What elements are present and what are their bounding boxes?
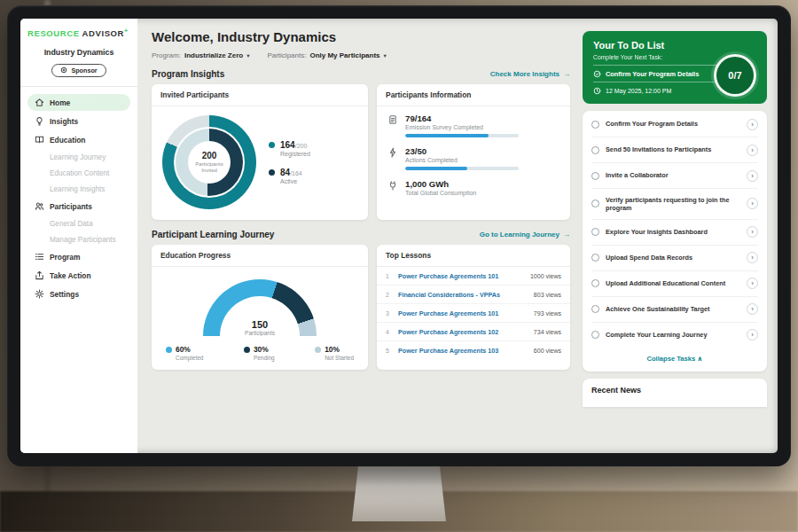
chevron-right-icon[interactable]: ›	[747, 303, 758, 315]
gauge-center-label: Participants	[229, 330, 291, 336]
sidebar-item-take-action[interactable]: Take Action	[27, 267, 130, 284]
task-list-card: Confirm Your Program Details › Send 50 I…	[583, 111, 767, 372]
donut-center-label: Participants Invited	[190, 161, 229, 174]
sidebar-item-general-data[interactable]: General Data	[27, 216, 130, 231]
task-checkbox[interactable]	[591, 331, 599, 339]
stat-emission-survey: 79/164 Emission Survey Completed	[387, 113, 559, 137]
chevron-right-icon[interactable]: ›	[747, 145, 758, 156]
sidebar-item-program[interactable]: Program	[27, 248, 130, 265]
chevron-right-icon[interactable]: ›	[747, 198, 758, 209]
arrow-right-icon: →	[563, 70, 570, 78]
task-checkbox[interactable]	[591, 172, 599, 180]
chevron-right-icon[interactable]: ›	[747, 119, 758, 130]
task-checkbox[interactable]	[591, 146, 599, 154]
check-more-insights-link[interactable]: Check More Insights →	[490, 70, 570, 78]
lesson-link[interactable]: Financial Considerations - VPPAs	[398, 291, 528, 299]
task-checkbox[interactable]	[591, 228, 599, 236]
sidebar-item-learning-insights[interactable]: Learning Insights	[27, 182, 130, 196]
chevron-right-icon[interactable]: ›	[747, 226, 758, 238]
chevron-right-icon[interactable]: ›	[747, 252, 758, 263]
education-progress-card: Education Progress 150 Participants	[152, 245, 368, 370]
todo-summary-card: Your To Do List Complete Your Next Task:…	[583, 31, 767, 104]
gear-icon	[35, 289, 44, 299]
sidebar-item-education-content[interactable]: Education Content	[27, 166, 130, 180]
task-row[interactable]: Send 50 Invitations to Participants ›	[591, 137, 758, 163]
recent-news-title: Recent News	[591, 386, 758, 395]
stat-global-consumption: 1,000 GWh Total Global Consumption	[387, 179, 559, 196]
lightbulb-icon	[35, 116, 44, 126]
todo-panel: Your To Do List Complete Your Next Task:…	[581, 19, 778, 453]
chevron-right-icon[interactable]: ›	[747, 278, 758, 289]
invited-participants-donut: 200 Participants Invited	[162, 115, 256, 209]
lesson-link[interactable]: Power Purchase Agreements 101	[398, 309, 528, 317]
task-checkbox[interactable]	[591, 254, 599, 262]
program-insights-title: Program Insights	[152, 69, 224, 79]
lesson-link[interactable]: Power Purchase Agreements 103	[398, 347, 528, 355]
page-title: Welcome, Industry Dynamics	[152, 29, 570, 44]
legend-completed: 60% Completed	[166, 345, 203, 361]
sidebar: RESOURCE ADVISOR+ Industry Dynamics Spon…	[20, 19, 137, 453]
arrow-right-icon: →	[563, 231, 570, 239]
lesson-row: 5 Power Purchase Agreements 103 600 view…	[377, 341, 570, 359]
task-checkbox[interactable]	[591, 200, 599, 207]
participants-icon	[35, 201, 44, 211]
legend-pending: 30% Pending	[244, 345, 275, 361]
sidebar-item-manage-participants[interactable]: Manage Participants	[27, 232, 130, 246]
task-row[interactable]: Achieve One Sustainability Target ›	[591, 297, 758, 323]
main-content: Welcome, Industry Dynamics Program: Indu…	[137, 19, 581, 453]
donut-center-value: 200	[202, 151, 217, 160]
legend-registered: 164/200 Registered	[269, 140, 310, 157]
sidebar-item-home[interactable]: Home	[27, 94, 130, 111]
monitor-stand	[352, 463, 446, 521]
top-lessons-card: Top Lessons 1 Power Purchase Agreements …	[377, 245, 570, 370]
todo-progress-ring: 0/7	[714, 54, 756, 97]
task-row[interactable]: Verify participants requesting to join t…	[591, 189, 758, 220]
education-progress-gauge: 150 Participants	[203, 279, 317, 336]
task-checkbox[interactable]	[591, 279, 599, 287]
lesson-link[interactable]: Power Purchase Agreements 101	[398, 272, 524, 280]
sidebar-item-learning-journey[interactable]: Learning Journey	[27, 150, 130, 164]
sidebar-item-settings[interactable]: Settings	[27, 286, 130, 302]
legend-dot	[269, 169, 275, 176]
task-row[interactable]: Explore Your Insights Dashboard ›	[591, 220, 758, 246]
task-checkbox[interactable]	[591, 305, 599, 313]
take-action-icon	[35, 270, 44, 280]
lesson-link[interactable]: Power Purchase Agreements 102	[398, 328, 528, 336]
list-icon	[35, 252, 44, 262]
stat-actions-completed: 23/50 Actions Completed	[387, 146, 559, 170]
task-row[interactable]: Upload Spend Data Records ›	[591, 246, 758, 271]
task-checkbox[interactable]	[591, 121, 599, 129]
actions-icon	[387, 147, 398, 158]
go-to-learning-journey-link[interactable]: Go to Learning Journey →	[480, 231, 570, 239]
check-circle-icon	[593, 70, 601, 78]
sidebar-item-insights[interactable]: Insights	[27, 113, 130, 129]
sidebar-item-participants[interactable]: Participants	[27, 198, 130, 215]
chevron-down-icon: ▾	[246, 52, 249, 59]
sidebar-item-education[interactable]: Education	[27, 131, 130, 148]
home-icon	[35, 98, 44, 107]
legend-active: 84/164 Active	[269, 168, 310, 184]
next-task[interactable]: Confirm Your Program Details	[593, 65, 726, 82]
chevron-right-icon[interactable]: ›	[747, 170, 758, 182]
chevron-right-icon[interactable]: ›	[747, 329, 758, 340]
task-row[interactable]: Complete Your Learning Journey ›	[591, 323, 758, 348]
task-row[interactable]: Invite a Collaborator ›	[591, 163, 758, 189]
org-name: Industry Dynamics	[27, 48, 130, 57]
program-dropdown[interactable]: Program: Industrialize Zero ▾	[152, 51, 249, 59]
emission-progress-bar	[405, 134, 519, 137]
collapse-tasks-link[interactable]: Collapse Tasks ∧	[591, 348, 758, 371]
recent-news-card: Recent News	[583, 379, 767, 407]
task-row[interactable]: Confirm Your Program Details ›	[591, 112, 758, 137]
participants-dropdown[interactable]: Participants: Only My Participants ▾	[267, 51, 386, 59]
lesson-row: 2 Financial Considerations - VPPAs 803 v…	[377, 286, 570, 304]
book-icon	[35, 135, 44, 145]
plug-icon	[387, 180, 398, 191]
chevron-down-icon: ▾	[384, 52, 387, 59]
task-row[interactable]: Upload Additional Educational Content ›	[591, 271, 758, 297]
collapse-caret-icon: ∧	[697, 355, 702, 363]
legend-not-started: 10% Not Started	[315, 345, 354, 361]
sponsor-icon	[60, 66, 67, 74]
sidebar-divider	[20, 86, 137, 87]
invited-participants-card: Invited Participants 200 Participants In…	[152, 84, 368, 220]
survey-icon	[387, 114, 398, 125]
